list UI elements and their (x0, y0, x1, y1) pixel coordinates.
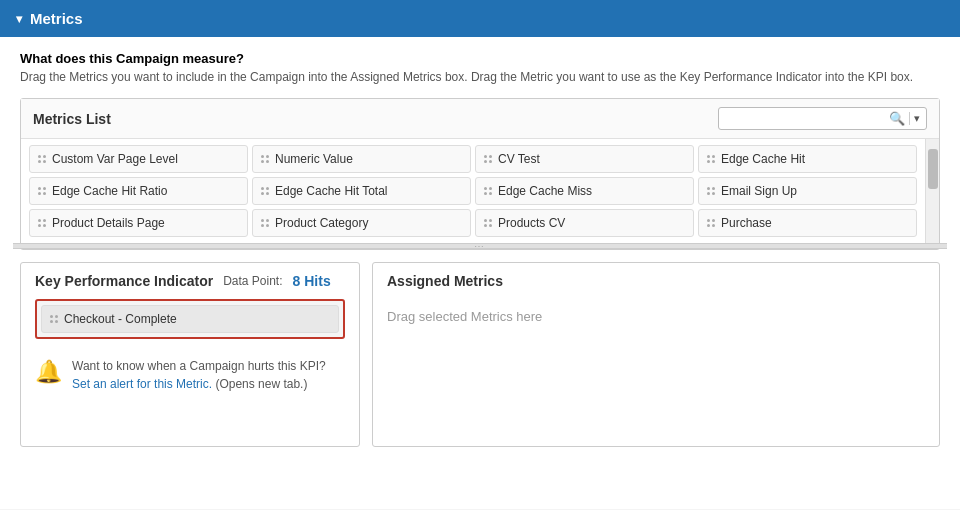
metric-label: Edge Cache Hit Ratio (52, 184, 167, 198)
metrics-panel-bottom-divider: ⋯ (13, 243, 947, 249)
kpi-drag-handle-icon (50, 315, 58, 323)
metric-item-numeric-value[interactable]: Numeric Value (252, 145, 471, 173)
metric-item-product-details[interactable]: Product Details Page (29, 209, 248, 237)
assigned-drop-placeholder: Drag selected Metrics here (387, 299, 925, 334)
data-point-value[interactable]: 8 Hits (293, 273, 331, 289)
metric-item-email-sign-up[interactable]: Email Sign Up (698, 177, 917, 205)
kpi-metric-item[interactable]: Checkout - Complete (41, 305, 339, 333)
kpi-metric-label: Checkout - Complete (64, 312, 177, 326)
metrics-scrollbar[interactable] (925, 139, 939, 243)
kpi-title-text: Key Performance Indicator (35, 273, 213, 289)
metric-label: Purchase (721, 216, 772, 230)
alert-link[interactable]: Set an alert for this Metric. (72, 377, 212, 391)
app-container: ▾ Metrics What does this Campaign measur… (0, 0, 960, 509)
header-chevron-icon[interactable]: ▾ (16, 12, 22, 26)
metric-item-cv-test[interactable]: CV Test (475, 145, 694, 173)
drag-handle-icon (707, 155, 715, 163)
kpi-panel: Key Performance Indicator Data Point: 8 … (20, 262, 360, 447)
kpi-panel-title: Key Performance Indicator Data Point: 8 … (35, 273, 345, 289)
metric-label: Product Details Page (52, 216, 165, 230)
metric-item-edge-cache-miss[interactable]: Edge Cache Miss (475, 177, 694, 205)
metrics-grid: Custom Var Page Level Numeric Value CV T… (21, 139, 925, 243)
metric-label: Products CV (498, 216, 565, 230)
scrollbar-thumb[interactable] (928, 149, 938, 189)
metric-label: Product Category (275, 216, 368, 230)
bottom-panels: Key Performance Indicator Data Point: 8 … (20, 262, 940, 447)
search-dropdown-icon[interactable]: ▾ (909, 112, 920, 125)
metric-label: Edge Cache Hit (721, 152, 805, 166)
drag-handle-icon (484, 155, 492, 163)
metric-label: Edge Cache Hit Total (275, 184, 388, 198)
metrics-list-title: Metrics List (33, 111, 111, 127)
assigned-panel-title: Assigned Metrics (387, 273, 925, 289)
metric-item-purchase[interactable]: Purchase (698, 209, 917, 237)
metric-item-products-cv[interactable]: Products CV (475, 209, 694, 237)
alert-link-line: Set an alert for this Metric. (Opens new… (72, 375, 326, 393)
data-point-label: Data Point: (223, 274, 282, 288)
metric-label: Custom Var Page Level (52, 152, 178, 166)
metrics-grid-wrapper: Custom Var Page Level Numeric Value CV T… (21, 139, 939, 243)
metrics-search-box[interactable]: 🔍 ▾ (718, 107, 927, 130)
question-description: Drag the Metrics you want to include in … (20, 70, 940, 84)
alert-content: Want to know when a Campaign hurts this … (72, 357, 326, 393)
metric-label: Edge Cache Miss (498, 184, 592, 198)
drag-handle-icon (38, 187, 46, 195)
drag-handle-icon (261, 219, 269, 227)
drag-handle-icon (38, 155, 46, 163)
metric-item-product-category[interactable]: Product Category (252, 209, 471, 237)
metric-label: Numeric Value (275, 152, 353, 166)
search-icon[interactable]: 🔍 (889, 111, 905, 126)
panel-header: ▾ Metrics (0, 0, 960, 37)
metric-label: Email Sign Up (721, 184, 797, 198)
drag-handle-icon (707, 219, 715, 227)
drag-handle-icon (707, 187, 715, 195)
metric-item-edge-cache-hit[interactable]: Edge Cache Hit (698, 145, 917, 173)
metrics-panel-header: Metrics List 🔍 ▾ (21, 99, 939, 139)
kpi-item-container: Checkout - Complete (35, 299, 345, 339)
main-content: What does this Campaign measure? Drag th… (0, 37, 960, 509)
metric-item-custom-var[interactable]: Custom Var Page Level (29, 145, 248, 173)
metric-label: CV Test (498, 152, 540, 166)
question-title: What does this Campaign measure? (20, 51, 940, 66)
drag-handle-icon (261, 187, 269, 195)
metric-item-edge-cache-hit-ratio[interactable]: Edge Cache Hit Ratio (29, 177, 248, 205)
bell-icon: 🔔 (35, 359, 62, 385)
drag-handle-icon (261, 155, 269, 163)
scrollbar-track (926, 139, 939, 243)
drag-handle-icon (38, 219, 46, 227)
alert-section: 🔔 Want to know when a Campaign hurts thi… (35, 357, 345, 393)
panel-title: Metrics (30, 10, 83, 27)
metrics-list-panel: Metrics List 🔍 ▾ Custom Var Page Level (20, 98, 940, 250)
alert-link-note: (Opens new tab.) (215, 377, 307, 391)
drag-handle-icon (484, 219, 492, 227)
drag-handle-icon (484, 187, 492, 195)
metric-item-edge-cache-hit-total[interactable]: Edge Cache Hit Total (252, 177, 471, 205)
alert-text: Want to know when a Campaign hurts this … (72, 357, 326, 375)
assigned-title-text: Assigned Metrics (387, 273, 503, 289)
assigned-metrics-panel: Assigned Metrics Drag selected Metrics h… (372, 262, 940, 447)
metrics-search-input[interactable] (725, 112, 885, 126)
